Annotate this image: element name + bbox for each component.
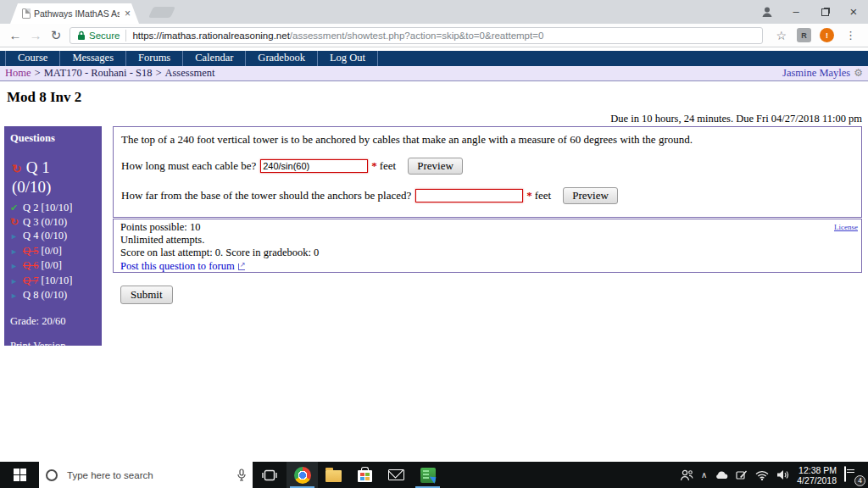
preview-button-1[interactable]: Preview — [408, 158, 463, 175]
question-link-label: Q 8 — [23, 289, 38, 301]
current-question-label: Q 1 — [26, 158, 50, 176]
play-icon: ► — [10, 275, 21, 289]
sidebar-item-q2[interactable]: ✔Q 2 [10/10] — [10, 202, 96, 215]
nav-item-calendar[interactable]: Calendar — [183, 51, 246, 66]
required-marker: * — [526, 189, 532, 202]
nav-item-messages[interactable]: Messages — [60, 51, 126, 66]
taskbar-store-icon[interactable] — [349, 462, 381, 488]
question-score: [10/10] — [38, 202, 72, 214]
browser-menu-icon[interactable]: ⋮ — [838, 29, 863, 42]
settings-gear-icon[interactable]: ⚙ — [854, 67, 863, 80]
windows-ink-pen-icon[interactable] — [736, 469, 748, 480]
taskbar-chrome-icon[interactable] — [287, 462, 318, 488]
volume-icon[interactable] — [776, 469, 789, 480]
taskbar-file-explorer-icon[interactable] — [318, 462, 349, 488]
breadcrumb-separator: > — [35, 67, 41, 80]
nav-item-gradebook[interactable]: Gradebook — [246, 51, 318, 66]
tab-close-icon[interactable]: × — [123, 8, 132, 19]
question-link-label: Q 6 — [23, 259, 38, 271]
new-tab-button[interactable] — [148, 7, 175, 18]
breadcrumb-current: Assessment — [164, 67, 214, 80]
play-icon: ► — [10, 246, 21, 259]
question-score: [0/0] — [38, 245, 61, 257]
url-path: /assessment/showtest.php?action=skip&to=… — [290, 30, 544, 41]
sidebar-item-q8[interactable]: ►Q 8 (0/10) — [10, 289, 96, 303]
url-text: https://imathas.rationalreasoning.net/as… — [132, 30, 543, 41]
extension-icon-1[interactable]: R — [797, 28, 811, 42]
extension-icon-2[interactable]: ! — [820, 28, 834, 42]
wifi-icon[interactable] — [755, 470, 769, 480]
question-score: (0/10) — [38, 216, 67, 228]
post-to-forum-link[interactable]: Post this question to forum — [120, 260, 245, 273]
score-text: Score on last attempt: 0. Score in grade… — [120, 247, 854, 259]
browser-tab[interactable]: Pathways IMathAS Asses × — [10, 3, 139, 24]
question-info-box: License Points possible: 10 Unlimited at… — [113, 219, 862, 273]
people-icon[interactable] — [680, 469, 693, 481]
page-favicon-icon — [22, 8, 31, 19]
nav-item-course[interactable]: Course — [5, 51, 60, 66]
questions-sidebar: Questions ↻Q 1 (0/10) ✔Q 2 [10/10]↻Q 3 (… — [4, 126, 102, 346]
cortana-icon — [46, 469, 58, 481]
answer1-input[interactable] — [260, 159, 368, 173]
clock-date: 4/27/2018 — [797, 475, 837, 485]
nav-item-log-out[interactable]: Log Out — [318, 51, 378, 66]
sidebar-item-q4[interactable]: ►Q 4 (0/10) — [10, 230, 96, 244]
play-icon: ► — [10, 290, 21, 303]
close-button[interactable]: × — [839, 0, 868, 24]
browser-toolbar: ← → ↻ Secure https://imathas.rationalrea… — [0, 24, 868, 47]
question-score: [10/10] — [38, 274, 72, 286]
nav-menu: CourseMessagesForumsCalendarGradebookLog… — [0, 51, 868, 66]
print-version-link[interactable]: Print Version — [10, 340, 96, 352]
license-link[interactable]: License — [834, 221, 858, 234]
taskbar-clock[interactable]: 12:38 PM 4/27/2018 — [797, 465, 837, 485]
retry-icon: ↻ — [10, 216, 21, 230]
breadcrumb: Home > MAT170 - Rouhani - S18 > Assessme… — [0, 66, 868, 81]
profile-icon[interactable] — [753, 5, 782, 19]
minimize-button[interactable]: – — [782, 0, 810, 24]
sidebar-item-q3[interactable]: ↻Q 3 (0/10) — [10, 216, 96, 230]
answer2-input[interactable] — [415, 189, 523, 202]
nav-item-forums[interactable]: Forums — [126, 51, 183, 66]
question-link-label: Q 4 — [23, 230, 38, 241]
breadcrumb-course-link[interactable]: MAT170 - Rouhani - S18 — [44, 67, 153, 80]
question-box: The top of a 240 foot vertical tower is … — [113, 126, 862, 218]
onedrive-cloud-icon[interactable] — [715, 470, 728, 480]
forum-link-label: Post this question to forum — [120, 260, 235, 273]
submit-button[interactable]: Submit — [120, 286, 173, 304]
question-link-label: Q 2 — [23, 202, 38, 214]
sidebar-item-q5[interactable]: ►Q 5 [0/0] — [10, 245, 96, 259]
tray-chevron-up-icon[interactable]: ∧ — [701, 470, 707, 480]
check-icon: ✔ — [10, 202, 21, 215]
user-name-link[interactable]: Jasmine Mayles — [782, 67, 850, 80]
notification-badge: 4 — [854, 475, 865, 486]
forward-button[interactable]: → — [25, 28, 46, 42]
task-view-button[interactable] — [253, 462, 287, 488]
question-text: The top of a 240 foot vertical tower is … — [121, 133, 854, 147]
external-link-icon — [238, 263, 245, 270]
browser-window: Pathways IMathAS Asses × – × ← → ↻ Secur… — [0, 0, 868, 488]
action-center-icon[interactable]: 4 — [844, 467, 863, 484]
taskbar-mail-icon[interactable] — [381, 462, 412, 488]
question-score: (0/10) — [38, 289, 67, 301]
sidebar-item-q1-current[interactable]: ↻Q 1 (0/10) — [12, 158, 96, 197]
breadcrumb-home-link[interactable]: Home — [5, 67, 31, 80]
play-icon: ► — [10, 260, 21, 274]
required-marker: * — [371, 159, 377, 173]
taskbar-green-app-icon[interactable] — [412, 462, 443, 488]
sidebar-item-q7[interactable]: ►Q 7 [10/10] — [10, 274, 96, 289]
attempts-text: Unlimited attempts. — [120, 234, 854, 247]
preview-button-2[interactable]: Preview — [563, 187, 618, 204]
sidebar-item-q6[interactable]: ►Q 6 [0/0] — [10, 259, 96, 274]
taskbar-search[interactable]: Type here to search — [39, 462, 253, 488]
answer1-unit: feet — [380, 159, 396, 173]
refresh-button[interactable]: ↻ — [46, 28, 66, 43]
sidebar-header: Questions — [10, 132, 96, 145]
question-score: [0/0] — [38, 259, 61, 271]
bookmark-star-icon[interactable]: ☆ — [770, 29, 793, 42]
back-button[interactable]: ← — [5, 28, 25, 42]
restore-button[interactable] — [810, 0, 839, 24]
page-title: Mod 8 Inv 2 — [7, 89, 868, 106]
microphone-icon[interactable] — [237, 469, 246, 481]
start-button[interactable] — [0, 462, 39, 488]
address-bar[interactable]: Secure https://imathas.rationalreasoning… — [70, 27, 763, 44]
